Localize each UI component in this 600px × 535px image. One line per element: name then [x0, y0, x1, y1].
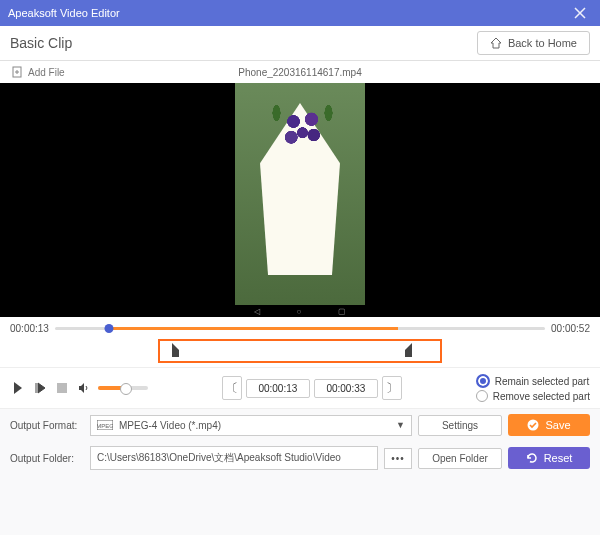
check-icon	[527, 419, 539, 431]
clip-start-marker[interactable]	[172, 343, 179, 357]
open-folder-button[interactable]: Open Folder	[418, 448, 502, 469]
output-format-label: Output Format:	[10, 420, 84, 431]
step-icon[interactable]	[32, 380, 48, 396]
back-to-home-label: Back to Home	[508, 37, 577, 49]
remove-label: Remove selected part	[493, 391, 590, 402]
current-time: 00:00:13	[10, 323, 49, 334]
add-file-icon[interactable]	[12, 66, 22, 78]
output-folder-label: Output Folder:	[10, 453, 84, 464]
output-format-select[interactable]: MPEG MPEG-4 Video (*.mp4) ▼	[90, 415, 412, 436]
output-format-value: MPEG-4 Video (*.mp4)	[119, 420, 390, 431]
clip-range-row	[0, 339, 600, 367]
save-label: Save	[545, 419, 570, 431]
titlebar: Apeaksoft Video Editor	[0, 0, 600, 26]
remain-option[interactable]: Remain selected part	[476, 374, 590, 388]
output-folder-input[interactable]: C:\Users\86183\OneDrive\文档\Apeaksoft Stu…	[90, 446, 378, 470]
volume-slider[interactable]	[98, 386, 148, 390]
close-icon[interactable]	[568, 7, 592, 19]
header: Basic Clip Back to Home	[0, 26, 600, 61]
play-icon[interactable]	[10, 380, 26, 396]
phone-navbar: ◁○▢	[235, 305, 365, 317]
video-preview: ◁○▢	[0, 83, 600, 317]
set-start-button[interactable]: 〔	[222, 376, 242, 400]
home-icon	[490, 37, 502, 49]
output-folder-row: Output Folder: C:\Users\86183\OneDrive\文…	[0, 441, 600, 475]
video-frame[interactable]	[235, 83, 365, 305]
radio-selected-icon	[476, 374, 490, 388]
controls-row: 〔 00:00:13 00:00:33 〕 Remain selected pa…	[0, 367, 600, 409]
timeline-slider[interactable]	[55, 321, 545, 335]
clip-time-group: 〔 00:00:13 00:00:33 〕	[222, 376, 402, 400]
mpeg-icon: MPEG	[97, 420, 113, 430]
reset-icon	[526, 452, 538, 464]
current-filename: Phone_220316114617.mp4	[238, 67, 361, 78]
output-folder-value: C:\Users\86183\OneDrive\文档\Apeaksoft Stu…	[97, 451, 371, 465]
browse-folder-button[interactable]: •••	[384, 448, 412, 469]
save-button[interactable]: Save	[508, 414, 590, 436]
timeline-row: 00:00:13 00:00:52	[0, 317, 600, 339]
total-duration: 00:00:52	[551, 323, 590, 334]
phone-frame: ◁○▢	[235, 83, 365, 317]
reset-label: Reset	[544, 452, 573, 464]
back-to-home-button[interactable]: Back to Home	[477, 31, 590, 55]
clip-mode-group: Remain selected part Remove selected par…	[476, 374, 590, 402]
chevron-down-icon: ▼	[396, 420, 405, 430]
clip-end-marker[interactable]	[405, 343, 412, 357]
radio-unselected-icon	[476, 390, 488, 402]
video-content	[255, 93, 345, 275]
clip-end-input[interactable]: 00:00:33	[314, 379, 378, 398]
clip-range-bar[interactable]	[158, 339, 442, 363]
page-title: Basic Clip	[10, 35, 72, 51]
add-file-button[interactable]: Add File	[28, 67, 65, 78]
file-row: Add File Phone_220316114617.mp4	[0, 61, 600, 83]
window-title: Apeaksoft Video Editor	[8, 7, 120, 19]
set-end-button[interactable]: 〕	[382, 376, 402, 400]
remain-label: Remain selected part	[495, 376, 590, 387]
remove-option[interactable]: Remove selected part	[476, 390, 590, 402]
svg-text:MPEG: MPEG	[97, 423, 113, 429]
volume-icon[interactable]	[76, 380, 92, 396]
stop-icon[interactable]	[54, 380, 70, 396]
output-format-row: Output Format: MPEG MPEG-4 Video (*.mp4)…	[0, 409, 600, 441]
settings-button[interactable]: Settings	[418, 415, 502, 436]
reset-button[interactable]: Reset	[508, 447, 590, 469]
svg-rect-1	[57, 383, 67, 393]
clip-start-input[interactable]: 00:00:13	[246, 379, 310, 398]
